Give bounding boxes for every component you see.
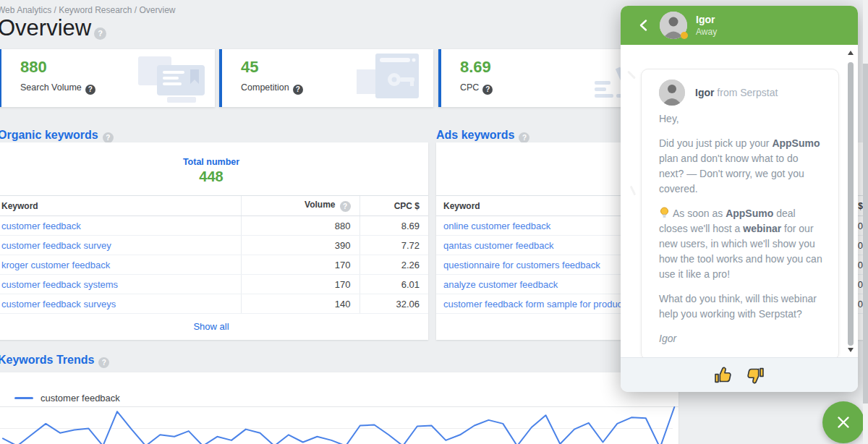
keyword-link[interactable]: qantas customer feedback — [443, 240, 553, 251]
pattern-decoration — [627, 70, 636, 79]
keywords-trends-panel: customer feedback — [0, 372, 678, 444]
keyword-link[interactable]: customer feedback surveys — [1, 299, 116, 309]
metric-value: 880 — [20, 58, 47, 77]
help-icon[interactable]: ? — [103, 132, 114, 143]
scroll-up-arrow-icon[interactable] — [848, 51, 854, 55]
chat-messages: Hey,Did you just pick up your AppSumo pl… — [659, 111, 824, 346]
keyword-link[interactable]: customer feedback survey — [1, 240, 111, 251]
keyword-link[interactable]: kroger customer feedback — [1, 260, 110, 270]
volume-cell: 170 — [241, 275, 359, 294]
back-arrow-icon[interactable] — [637, 18, 651, 33]
thumbs-up-icon[interactable] — [713, 365, 733, 385]
trend-line-customer-feedback — [3, 407, 674, 444]
volume-cell: 390 — [241, 236, 359, 255]
keyword-cell: customer feedback — [0, 216, 241, 236]
cpc-cell: 7.72 — [359, 236, 428, 255]
total-number-label: Total number — [0, 157, 428, 167]
chat-scrollbar — [846, 49, 856, 354]
volume-cell: 880 — [241, 216, 359, 236]
chat-widget: Igor Away Igor from Serpstat Hey,Did you… — [621, 6, 858, 392]
message-header: Igor from Serpstat — [659, 80, 824, 106]
table-row: customer feedback survey3907.72 — [0, 236, 428, 255]
show-all-link[interactable]: Show all — [0, 321, 428, 332]
help-icon[interactable]: ? — [482, 85, 493, 95]
ads-keywords-heading: Ads keywords? — [436, 129, 529, 143]
chat-agent-name: Igor — [696, 14, 715, 25]
pattern-decoration — [630, 186, 637, 196]
chat-message-text: What do you think, will this webinar hel… — [659, 291, 824, 322]
volume-cell: 140 — [241, 294, 359, 314]
app-screen: Web Analytics / Keyword Research / Overv… — [0, 0, 868, 444]
column-header-volume[interactable]: Volume? — [241, 196, 359, 216]
thumbs-down-icon[interactable] — [745, 365, 765, 385]
help-icon[interactable]: ? — [94, 27, 106, 40]
scroll-down-arrow-icon[interactable] — [848, 348, 854, 352]
close-icon — [835, 414, 851, 430]
chat-header: Igor Away — [621, 6, 858, 45]
table-row: customer feedback surveys14032.06 — [0, 294, 428, 314]
keyword-link[interactable]: analyze customer feedback — [443, 279, 558, 290]
organic-table-body: customer feedback8808.69customer feedbac… — [0, 216, 428, 314]
organic-keywords-table: Keyword Volume? CPC $ customer feedback8… — [0, 195, 428, 314]
scrollbar-thumb[interactable] — [848, 62, 854, 346]
chat-message-text: As soon as AppSumo deal closes we'll hos… — [659, 206, 824, 282]
keywords-trends-heading: Keywords Trends? — [0, 354, 109, 368]
card-competition: 45 Competition? — [219, 49, 433, 107]
trends-chart — [0, 402, 678, 444]
report-illustration-icon — [124, 52, 210, 104]
metric-value: 45 — [241, 58, 258, 77]
status-away-dot — [681, 32, 688, 39]
page-scrollbar — [863, 0, 868, 444]
column-header-cpc[interactable]: CPC $ — [359, 196, 428, 216]
table-header-row: Keyword Volume? CPC $ — [0, 196, 428, 216]
lightbulb-icon — [659, 207, 670, 219]
cpc-cell: 32.06 — [359, 294, 428, 314]
page-title: Overview — [0, 15, 91, 41]
keyword-link[interactable]: online customer feedback — [443, 221, 550, 231]
chat-close-button[interactable] — [822, 401, 864, 443]
scrollbar-thumb[interactable] — [863, 64, 868, 404]
table-row: customer feedback8808.69 — [0, 216, 428, 236]
keyword-link[interactable]: customer feedback systems — [1, 279, 118, 290]
keyword-link[interactable]: customer feedback form sample for produc… — [443, 299, 625, 309]
avatar — [659, 80, 685, 106]
metric-label: CPC? — [460, 82, 493, 95]
chat-message-text: Hey, — [659, 111, 824, 127]
cpc-cell: 6.01 — [359, 275, 428, 294]
keyword-cell: customer feedback systems — [0, 275, 241, 294]
key-illustration-icon — [342, 52, 429, 104]
help-icon[interactable]: ? — [98, 357, 109, 368]
keyword-link[interactable]: questionnaire for customers feedback — [443, 260, 600, 270]
cpc-cell: 8.69 — [359, 216, 428, 236]
message-sender: Igor from Serpstat — [695, 87, 778, 98]
total-number-value: 448 — [0, 168, 428, 185]
cpc-cell: 2.26 — [359, 255, 428, 275]
legend-line-swatch — [14, 397, 33, 399]
breadcrumb[interactable]: Web Analytics / Keyword Research / Overv… — [0, 5, 176, 15]
metric-value: 8.69 — [460, 58, 491, 77]
keyword-link[interactable]: customer feedback — [1, 221, 81, 231]
chat-body: Igor from Serpstat Hey,Did you just pick… — [621, 45, 858, 358]
keyword-cell: customer feedback surveys — [0, 294, 241, 314]
help-icon[interactable]: ? — [519, 132, 529, 143]
card-search-volume: 880 Search Volume? — [0, 49, 215, 107]
keyword-cell: kroger customer feedback — [0, 255, 241, 275]
chat-message-card: Igor from Serpstat Hey,Did you just pick… — [641, 69, 839, 358]
keyword-cell: customer feedback survey — [0, 236, 241, 255]
help-icon[interactable]: ? — [340, 201, 351, 212]
chat-agent-status: Away — [696, 27, 717, 37]
metric-label: Competition? — [241, 82, 303, 95]
help-icon[interactable]: ? — [293, 85, 303, 95]
organic-keywords-heading: Organic keywords? — [0, 129, 114, 143]
metric-label: Search Volume? — [20, 82, 95, 95]
volume-cell: 170 — [241, 255, 359, 275]
chat-message-text: Did you just pick up your AppSumo plan a… — [659, 136, 824, 197]
chat-footer — [621, 357, 858, 392]
chat-message-text: Igor — [659, 331, 824, 346]
table-row: customer feedback systems1706.01 — [0, 275, 428, 294]
help-icon[interactable]: ? — [85, 85, 95, 95]
organic-keywords-panel: Total number 448 Keyword Volume? CPC $ c… — [0, 142, 428, 340]
table-row: kroger customer feedback1702.26 — [0, 255, 428, 275]
column-header-keyword[interactable]: Keyword — [0, 196, 241, 216]
